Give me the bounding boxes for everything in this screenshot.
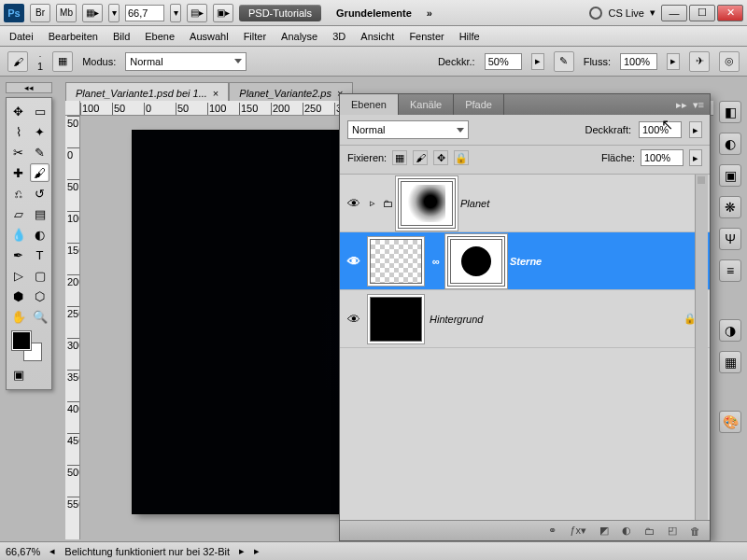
zoom-arrow-2[interactable]: ▾: [170, 4, 181, 22]
history-panel-icon[interactable]: ◑: [719, 319, 741, 342]
zoom-tool[interactable]: 🔍: [30, 307, 49, 326]
workspace-button[interactable]: PSD-Tutorials: [239, 5, 321, 21]
heal-tool[interactable]: ✚: [8, 163, 28, 182]
docset-label[interactable]: Grundelemente: [327, 5, 421, 21]
menu-datei[interactable]: Datei: [9, 31, 34, 42]
flow-input[interactable]: 100%: [620, 53, 657, 70]
more-icon[interactable]: »: [427, 7, 432, 19]
ruler-origin[interactable]: [65, 101, 80, 116]
visibility-icon[interactable]: 👁: [345, 254, 362, 269]
zoom-input[interactable]: [125, 5, 164, 21]
canvas[interactable]: [133, 131, 347, 513]
collapse-icon[interactable]: ▸▸: [676, 99, 687, 111]
menu-hilfe[interactable]: Hilfe: [459, 31, 480, 42]
menu-filter[interactable]: Filter: [244, 31, 266, 42]
tab-pfade[interactable]: Pfade: [454, 94, 504, 115]
scrollbar[interactable]: [695, 175, 708, 520]
cslive-arrow[interactable]: ▾: [650, 7, 655, 19]
move-tool[interactable]: ✥: [8, 102, 28, 120]
layer-fill-input[interactable]: 100%: [641, 149, 684, 166]
wand-tool[interactable]: ✦: [30, 122, 49, 141]
layer-mask-thumb[interactable]: [450, 239, 502, 284]
tablet-opacity-icon[interactable]: ✎: [554, 51, 574, 72]
menu-auswahl[interactable]: Auswahl: [190, 31, 229, 42]
menu-fenster[interactable]: Fenster: [409, 31, 444, 42]
brush-size-hint[interactable]: ·1: [37, 51, 43, 72]
bridge-button[interactable]: Br: [30, 4, 50, 22]
gradient-tool[interactable]: ▤: [30, 204, 49, 223]
layer-name[interactable]: Sterne: [510, 256, 542, 267]
delete-layer-icon[interactable]: 🗑: [690, 525, 700, 537]
view-extras-button[interactable]: ▦▸: [82, 4, 103, 22]
layer-name[interactable]: Planet: [460, 198, 489, 209]
layer-row-hintergrund[interactable]: 👁 Hintergrund 🔒: [340, 290, 710, 348]
fx-icon[interactable]: ƒx▾: [570, 525, 586, 537]
fg-color-swatch[interactable]: [12, 331, 31, 350]
menu-bild[interactable]: Bild: [113, 31, 130, 42]
status-zoom[interactable]: 66,67%: [6, 546, 40, 557]
adjustments-panel-icon[interactable]: ◐: [719, 133, 741, 155]
layer-thumb[interactable]: [370, 297, 422, 342]
swatches-panel-icon[interactable]: ▦: [719, 351, 741, 373]
paragraph-panel-icon[interactable]: ≡: [719, 259, 741, 282]
character-panel-icon[interactable]: Ψ: [719, 228, 741, 250]
opacity-input[interactable]: 50%: [485, 53, 522, 70]
add-mask-icon[interactable]: ◩: [599, 525, 609, 537]
blend-mode-select[interactable]: Normal: [125, 52, 247, 71]
eraser-tool[interactable]: ▱: [8, 204, 28, 223]
pen-tool[interactable]: ✒: [8, 245, 28, 264]
new-group-icon[interactable]: 🗀: [644, 525, 655, 537]
layer-mask-thumb[interactable]: [401, 181, 453, 226]
doctab-1[interactable]: Planet_Variante1.psd bei 1...×: [65, 82, 229, 103]
link-layers-icon[interactable]: ⚭: [548, 525, 557, 537]
screenmode-button[interactable]: ▣▸: [213, 4, 233, 22]
crop-tool[interactable]: ✂: [8, 143, 28, 161]
layer-thumb[interactable]: [370, 239, 422, 284]
minibridge-button[interactable]: Mb: [56, 4, 77, 22]
menu-bearbeiten[interactable]: Bearbeiten: [49, 31, 98, 42]
3d-tool[interactable]: ⬢: [8, 287, 28, 305]
3d-camera-tool[interactable]: ⬡: [30, 287, 49, 305]
mask-link-icon[interactable]: ∞: [430, 256, 443, 267]
opacity-arrow[interactable]: ▸: [531, 53, 544, 70]
dodge-tool[interactable]: ◐: [30, 225, 49, 244]
lock-position-icon[interactable]: ✥: [433, 150, 448, 165]
new-layer-icon[interactable]: ◰: [668, 525, 677, 537]
status-menu-arrow[interactable]: ▸: [254, 545, 260, 557]
type-tool[interactable]: T: [30, 245, 49, 264]
brush-tool[interactable]: 🖌: [30, 163, 49, 182]
toolbox-collapse[interactable]: ◂◂: [6, 82, 52, 93]
layer-fill-arrow[interactable]: ▸: [689, 149, 702, 166]
zoom-arrow[interactable]: ▾: [108, 4, 120, 22]
tab-ebenen[interactable]: Ebenen: [340, 94, 399, 115]
lasso-tool[interactable]: ⌇: [8, 122, 28, 141]
menu-3d[interactable]: 3D: [332, 31, 345, 42]
styles-panel-icon[interactable]: ❋: [719, 196, 741, 218]
minimize-button[interactable]: —: [661, 5, 687, 21]
lock-transparency-icon[interactable]: ▦: [392, 150, 407, 165]
layer-opacity-input[interactable]: 100%: [639, 121, 682, 138]
color-swatches[interactable]: [8, 331, 49, 361]
stamp-tool[interactable]: ⎌: [8, 184, 28, 203]
tab-kanaele[interactable]: Kanäle: [399, 94, 454, 115]
status-arrow-left[interactable]: ◂: [49, 545, 55, 557]
status-arrow-right[interactable]: ▸: [239, 545, 245, 557]
layers-panel-icon[interactable]: ◧: [719, 101, 741, 123]
cslive-icon[interactable]: [589, 7, 602, 20]
lock-all-icon[interactable]: 🔒: [454, 150, 469, 165]
menu-analyse[interactable]: Analyse: [281, 31, 317, 42]
scroll-up-icon[interactable]: [698, 176, 705, 184]
layer-opacity-arrow[interactable]: ▸: [689, 121, 702, 138]
layer-name[interactable]: Hintergrund: [430, 314, 483, 325]
menu-ebene[interactable]: Ebene: [145, 31, 175, 42]
tool-preset-icon[interactable]: 🖌: [7, 51, 28, 72]
layer-blend-select[interactable]: Normal: [347, 120, 469, 139]
cslive-label[interactable]: CS Live: [608, 7, 644, 19]
airbrush-icon[interactable]: ✈: [689, 51, 710, 72]
flow-arrow[interactable]: ▸: [667, 53, 680, 70]
brush-panel-button[interactable]: ▦: [52, 51, 73, 72]
visibility-icon[interactable]: 👁: [345, 196, 362, 211]
doctab-2[interactable]: Planet_Variante2.ps×: [229, 82, 353, 103]
color-panel-icon[interactable]: 🎨: [719, 411, 741, 433]
lock-pixels-icon[interactable]: 🖌: [413, 150, 428, 165]
